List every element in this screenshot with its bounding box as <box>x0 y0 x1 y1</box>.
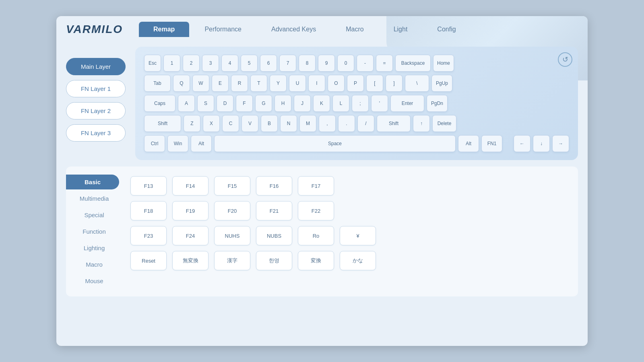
grid-key-ro[interactable]: Ro <box>298 226 334 245</box>
key-y[interactable]: Y <box>270 75 287 92</box>
grid-key-hangul[interactable]: 한영 <box>256 251 292 270</box>
key-backspace[interactable]: Backspace <box>395 55 431 72</box>
key-space[interactable]: Space <box>214 135 456 152</box>
key-3[interactable]: 3 <box>202 55 219 72</box>
grid-key-nuhs[interactable]: NUHS <box>214 226 250 245</box>
key-p[interactable]: P <box>347 75 364 92</box>
grid-key-kanji[interactable]: 漢字 <box>214 251 250 270</box>
key-shift-right[interactable]: Shift <box>377 115 411 132</box>
key-comma[interactable]: , <box>319 115 336 132</box>
cat-item-macro[interactable]: Macro <box>66 257 122 272</box>
key-h[interactable]: H <box>275 95 291 112</box>
key-e[interactable]: E <box>212 75 229 92</box>
key-4[interactable]: 4 <box>221 55 238 72</box>
layer-btn-main[interactable]: Main Layer <box>66 58 126 75</box>
grid-key-henkan[interactable]: 変換 <box>298 251 334 270</box>
key-quote[interactable]: ' <box>371 95 388 112</box>
grid-key-f21[interactable]: F21 <box>256 201 292 220</box>
key-x[interactable]: X <box>203 115 220 132</box>
key-rbracket[interactable]: ] <box>386 75 402 92</box>
key-9[interactable]: 9 <box>318 55 335 72</box>
key-fn1[interactable]: FN1 <box>481 135 502 152</box>
key-caps[interactable]: Caps <box>144 95 175 112</box>
nav-tab-light[interactable]: Light <box>379 22 422 37</box>
key-semicolon[interactable]: ; <box>352 95 369 112</box>
key-alt-right[interactable]: Alt <box>458 135 479 152</box>
grid-key-f19[interactable]: F19 <box>172 201 208 220</box>
nav-tab-advanced-keys[interactable]: Advanced Keys <box>257 22 330 37</box>
key-r[interactable]: R <box>231 75 248 92</box>
key-6[interactable]: 6 <box>260 55 277 72</box>
key-j[interactable]: J <box>294 95 311 112</box>
key-tab[interactable]: Tab <box>144 75 171 92</box>
key-w[interactable]: W <box>192 75 209 92</box>
key-l[interactable]: L <box>332 95 349 112</box>
key-pgup[interactable]: PgUp <box>431 75 452 92</box>
key-enter[interactable]: Enter <box>390 95 424 112</box>
key-alt-left[interactable]: Alt <box>191 135 212 152</box>
layer-btn-fn1[interactable]: FN Layer 1 <box>66 80 126 97</box>
key-win[interactable]: Win <box>167 135 188 152</box>
key-u[interactable]: U <box>289 75 306 92</box>
key-7[interactable]: 7 <box>279 55 296 72</box>
grid-key-f20[interactable]: F20 <box>214 201 250 220</box>
key-period[interactable]: . <box>338 115 355 132</box>
key-b[interactable]: B <box>261 115 278 132</box>
key-8[interactable]: 8 <box>299 55 316 72</box>
grid-key-muhenkan[interactable]: 無変換 <box>172 251 208 270</box>
key-f[interactable]: F <box>236 95 253 112</box>
cat-item-lighting[interactable]: Lighting <box>66 241 122 255</box>
grid-key-reset[interactable]: Reset <box>130 251 167 270</box>
key-0[interactable]: 0 <box>337 55 354 72</box>
key-left[interactable]: ← <box>514 135 530 152</box>
key-c[interactable]: C <box>222 115 239 132</box>
grid-key-nubs[interactable]: NUBS <box>256 226 292 245</box>
nav-tab-performance[interactable]: Performance <box>190 22 256 37</box>
grid-key-f22[interactable]: F22 <box>298 201 334 220</box>
nav-tab-macro[interactable]: Macro <box>331 22 378 37</box>
key-minus[interactable]: - <box>357 55 374 72</box>
cat-item-mouse[interactable]: Mouse <box>66 274 122 288</box>
nav-tab-remap[interactable]: Remap <box>139 22 189 37</box>
key-d[interactable]: D <box>217 95 233 112</box>
grid-key-f24[interactable]: F24 <box>172 226 208 245</box>
grid-key-f15[interactable]: F15 <box>214 176 250 195</box>
key-lbracket[interactable]: [ <box>366 75 383 92</box>
key-o[interactable]: O <box>328 75 345 92</box>
grid-key-f16[interactable]: F16 <box>256 176 292 195</box>
key-s[interactable]: S <box>197 95 214 112</box>
key-shift-left[interactable]: Shift <box>144 115 181 132</box>
grid-key-f23[interactable]: F23 <box>130 226 167 245</box>
key-pgdn[interactable]: PgDn <box>427 95 448 112</box>
layer-btn-fn2[interactable]: FN Layer 2 <box>66 102 126 119</box>
key-m[interactable]: M <box>299 115 316 132</box>
key-z[interactable]: Z <box>184 115 200 132</box>
key-v[interactable]: V <box>242 115 258 132</box>
key-delete[interactable]: Delete <box>432 115 456 132</box>
key-equals[interactable]: = <box>376 55 393 72</box>
nav-tab-config[interactable]: Config <box>423 22 470 37</box>
cat-item-special[interactable]: Special <box>66 208 122 222</box>
key-slash[interactable]: / <box>357 115 374 132</box>
reset-icon[interactable]: ↺ <box>558 52 572 67</box>
key-2[interactable]: 2 <box>183 55 200 72</box>
key-n[interactable]: N <box>280 115 297 132</box>
key-down[interactable]: ↓ <box>533 135 550 152</box>
key-i[interactable]: I <box>308 75 325 92</box>
cat-item-function[interactable]: Function <box>66 224 122 239</box>
grid-key-f17[interactable]: F17 <box>298 176 334 195</box>
key-q[interactable]: Q <box>173 75 190 92</box>
key-1[interactable]: 1 <box>163 55 180 72</box>
cat-item-multimedia[interactable]: Multimedia <box>66 191 122 206</box>
key-home[interactable]: Home <box>433 55 454 72</box>
grid-key-yen[interactable]: ¥ <box>340 226 376 245</box>
cat-item-basic[interactable]: Basic <box>66 175 119 189</box>
grid-key-f18[interactable]: F18 <box>130 201 167 220</box>
key-k[interactable]: K <box>313 95 330 112</box>
key-esc[interactable]: Esc <box>144 55 161 72</box>
key-t[interactable]: T <box>250 75 267 92</box>
key-a[interactable]: A <box>178 95 195 112</box>
layer-btn-fn3[interactable]: FN Layer 3 <box>66 124 126 142</box>
key-right[interactable]: → <box>552 135 569 152</box>
key-g[interactable]: G <box>255 95 272 112</box>
